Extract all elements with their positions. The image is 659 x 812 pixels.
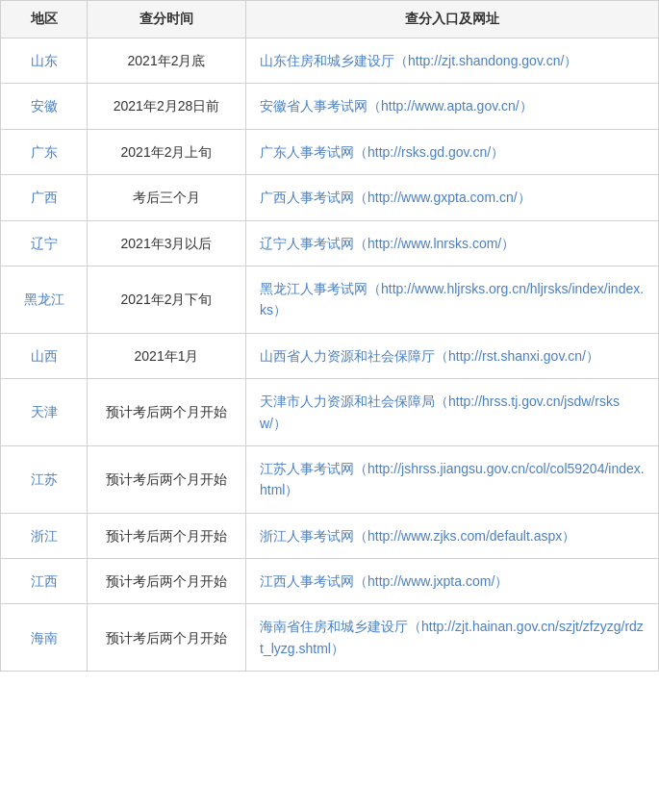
table-row: 山西2021年1月山西省人力资源和社会保障厅（http://rst.shanxi…	[1, 333, 659, 378]
cell-region: 山东	[1, 38, 88, 84]
table-row: 海南预计考后两个月开始海南省住房和城乡建设厅（http://zjt.hainan…	[1, 604, 659, 672]
cell-time: 预计考后两个月开始	[88, 379, 246, 446]
cell-link: 山东住房和城乡建设厅（http://zjt.shandong.gov.cn/）	[246, 38, 659, 84]
table-row: 广西考后三个月广西人事考试网（http://www.gxpta.com.cn/）	[1, 175, 659, 220]
cell-region: 辽宁	[1, 220, 88, 266]
cell-time: 2021年1月	[88, 333, 246, 378]
cell-region: 江苏	[1, 445, 88, 513]
header-link: 查分入口及网址	[246, 1, 659, 38]
cell-region: 山西	[1, 333, 88, 378]
cell-region: 海南	[1, 604, 88, 672]
cell-link: 天津市人力资源和社会保障局（http://hrss.tj.gov.cn/jsdw…	[246, 379, 659, 446]
cell-region: 江西	[1, 559, 88, 604]
table-row: 山东2021年2月底山东住房和城乡建设厅（http://zjt.shandong…	[1, 38, 659, 84]
cell-time: 预计考后两个月开始	[88, 445, 246, 513]
score-query-table: 地区 查分时间 查分入口及网址 山东2021年2月底山东住房和城乡建设厅（htt…	[0, 0, 659, 672]
table-row: 黑龙江2021年2月下旬黑龙江人事考试网（http://www.hljrsks.…	[1, 266, 659, 333]
table-row: 天津预计考后两个月开始天津市人力资源和社会保障局（http://hrss.tj.…	[1, 379, 659, 446]
table-row: 广东2021年2月上旬广东人事考试网（http://rsks.gd.gov.cn…	[1, 129, 659, 174]
cell-region: 安徽	[1, 84, 88, 129]
cell-link: 辽宁人事考试网（http://www.lnrsks.com/）	[246, 220, 659, 266]
cell-region: 广西	[1, 175, 88, 220]
cell-time: 预计考后两个月开始	[88, 559, 246, 604]
cell-time: 2021年2月下旬	[88, 266, 246, 333]
cell-link: 海南省住房和城乡建设厅（http://zjt.hainan.gov.cn/szj…	[246, 604, 659, 672]
cell-time: 2021年2月上旬	[88, 129, 246, 174]
cell-link: 山西省人力资源和社会保障厅（http://rst.shanxi.gov.cn/）	[246, 333, 659, 378]
cell-region: 广东	[1, 129, 88, 174]
cell-link: 江西人事考试网（http://www.jxpta.com/）	[246, 559, 659, 604]
table-row: 浙江预计考后两个月开始浙江人事考试网（http://www.zjks.com/d…	[1, 513, 659, 558]
cell-time: 预计考后两个月开始	[88, 604, 246, 672]
cell-time: 预计考后两个月开始	[88, 513, 246, 558]
header-region: 地区	[1, 1, 88, 38]
cell-link: 黑龙江人事考试网（http://www.hljrsks.org.cn/hljrs…	[246, 266, 659, 333]
cell-region: 浙江	[1, 513, 88, 558]
cell-link: 安徽省人事考试网（http://www.apta.gov.cn/）	[246, 84, 659, 129]
header-time: 查分时间	[88, 1, 246, 38]
table-row: 江苏预计考后两个月开始江苏人事考试网（http://jshrss.jiangsu…	[1, 445, 659, 513]
cell-time: 2021年2月底	[88, 38, 246, 84]
table-row: 辽宁2021年3月以后辽宁人事考试网（http://www.lnrsks.com…	[1, 220, 659, 266]
cell-region: 黑龙江	[1, 266, 88, 333]
cell-link: 广西人事考试网（http://www.gxpta.com.cn/）	[246, 175, 659, 220]
table-header-row: 地区 查分时间 查分入口及网址	[1, 1, 659, 38]
cell-time: 2021年3月以后	[88, 220, 246, 266]
cell-link: 浙江人事考试网（http://www.zjks.com/default.aspx…	[246, 513, 659, 558]
cell-link: 广东人事考试网（http://rsks.gd.gov.cn/）	[246, 129, 659, 174]
cell-time: 2021年2月28日前	[88, 84, 246, 129]
table-row: 江西预计考后两个月开始江西人事考试网（http://www.jxpta.com/…	[1, 559, 659, 604]
cell-time: 考后三个月	[88, 175, 246, 220]
cell-link: 江苏人事考试网（http://jshrss.jiangsu.gov.cn/col…	[246, 445, 659, 513]
main-table-container: 地区 查分时间 查分入口及网址 山东2021年2月底山东住房和城乡建设厅（htt…	[0, 0, 659, 672]
table-row: 安徽2021年2月28日前安徽省人事考试网（http://www.apta.go…	[1, 84, 659, 129]
cell-region: 天津	[1, 379, 88, 446]
